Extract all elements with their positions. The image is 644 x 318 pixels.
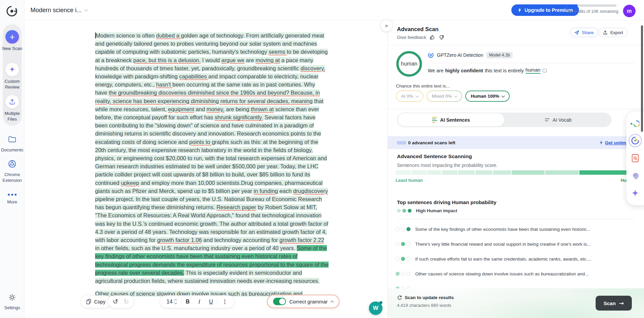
gradient-segment <box>412 170 427 175</box>
scan-circle-icon[interactable] <box>628 117 642 130</box>
bold-button[interactable]: B <box>181 299 194 305</box>
scan-button[interactable]: Scan→ <box>596 296 632 311</box>
divider <box>388 45 644 45</box>
font-size-stepper[interactable]: 14 <box>162 299 181 305</box>
top-sentences-title: Top sentences driving Human probability <box>397 199 496 205</box>
impact-dot <box>401 227 405 231</box>
impact-dots <box>396 227 410 231</box>
tab-ai-sentences[interactable]: AI Sentences <box>398 113 504 126</box>
probability-gradient-bar[interactable] <box>396 170 636 175</box>
scan-credits-icon <box>397 141 405 145</box>
chance-option-human[interactable]: Human 100% <box>465 91 510 102</box>
chance-option-ai[interactable]: AI 0% <box>396 91 423 102</box>
grammar-flagged-text: in funding <box>254 188 278 194</box>
scans-left-banner: 0 advanced scans left Get unlimited <box>388 136 644 149</box>
sidebar-item-label: Multiple Files <box>0 111 24 122</box>
advanced-scan-panel: Advanced Scan Give feedback <box>387 20 644 318</box>
impact-dots <box>396 257 410 261</box>
avatar[interactable]: m <box>623 5 636 17</box>
sidebar-item-custom-review[interactable]: Custom Review <box>0 63 24 90</box>
tab-ai-vocab[interactable]: AI Vocab <box>505 113 612 127</box>
panel-scrollbar[interactable] <box>641 25 643 132</box>
highlighted-text: in other fields, such as the U.S. manufa… <box>95 245 297 251</box>
sidebar-item-multiple-files[interactable]: Multiple Files <box>0 95 24 122</box>
sidebar-item-documents[interactable]: Documents <box>0 135 24 153</box>
detection-provider-row: GPTZero AI Detection Model 4.2b <box>428 52 513 58</box>
more-options-icon[interactable]: ⋮ <box>218 298 232 305</box>
plagiarism-icon[interactable] <box>628 151 642 165</box>
document-stats: 4,419 characters 660 words <box>397 303 451 308</box>
topbar: Modern science i... Upgrade to Premium 2… <box>24 0 644 20</box>
thumbs-up-icon[interactable] <box>429 34 435 40</box>
sidebar-item-chrome-extension[interactable]: Chrome Extension <box>0 160 24 183</box>
panel-footer: Scan to update results 4,419 characters … <box>388 288 644 318</box>
sidebar-item-more[interactable]: More <box>0 191 24 205</box>
grammar-toggle[interactable] <box>273 298 286 305</box>
impact-dot <box>401 242 405 246</box>
chevron-up-icon <box>331 300 334 304</box>
impact-dot <box>396 242 400 246</box>
highlighted-text: I would <box>201 57 221 63</box>
credits-label: 2K credits of 10K remaining <box>567 9 617 14</box>
feedback-label: Give feedback <box>397 35 426 40</box>
sidebar-item-new-scan[interactable]: + New Scan <box>0 30 24 51</box>
sidebar-item-settings[interactable]: Settings <box>0 293 24 311</box>
dots-icon <box>0 191 24 197</box>
underline-button[interactable]: U <box>205 299 218 305</box>
spiral-icon[interactable] <box>628 169 642 182</box>
grammar-flagged-text: thrown at <box>251 106 274 112</box>
redo-icon[interactable]: ↻ <box>124 298 129 305</box>
sidebar-item-label: More <box>0 199 24 205</box>
sentence-item[interactable]: Other causes of science slowing down inv… <box>396 266 637 281</box>
sentence-item[interactable]: There's very little financial reward and… <box>396 237 637 251</box>
highlighted-text: each <box>278 188 293 194</box>
chevron-down-icon <box>502 94 505 98</box>
share-button[interactable]: Share <box>570 28 598 37</box>
sentence-text: There's very little financial reward and… <box>415 242 591 247</box>
grammar-flagged-text: drugdiscovery <box>293 188 328 194</box>
export-button[interactable]: Export <box>598 28 628 37</box>
impact-dots <box>396 272 410 276</box>
collapse-panel-button[interactable]: » <box>381 20 392 31</box>
gradient-segment <box>512 170 545 175</box>
impact-dot <box>396 227 400 231</box>
legend-dot-high <box>408 209 412 213</box>
info-icon[interactable] <box>542 68 547 73</box>
sentence-item[interactable]: Some of the key findings of other econom… <box>396 222 637 237</box>
app-root: + New Scan Custom Review Multiple Files <box>0 0 644 318</box>
document-text[interactable]: Modern science is often dubbed a golden … <box>95 31 329 303</box>
document-title: Modern science i... <box>30 7 82 14</box>
stepper-icons <box>175 299 177 304</box>
folder-icon <box>0 135 24 145</box>
impact-dot <box>396 272 400 276</box>
ai-scan-icon[interactable] <box>628 134 642 147</box>
grammar-flagged-text: upkeep <box>121 180 139 186</box>
impact-dot <box>406 227 410 231</box>
grammar-flagged-text: money, <box>206 106 224 112</box>
chance-option-mixed[interactable]: Mixed 0% <box>427 91 462 102</box>
correct-grammar-control[interactable]: Correct grammar <box>267 295 339 308</box>
export-icon <box>603 30 608 35</box>
grammar-flagged-text: shrunk significantly. <box>215 114 263 120</box>
copy-button[interactable]: Copy <box>81 295 111 308</box>
impact-dot <box>401 272 405 276</box>
highlighted-text: and <box>194 106 207 112</box>
wordtune-widget[interactable]: W <box>369 301 382 315</box>
sentence-item[interactable]: If such creative efforts fail to earn th… <box>396 251 637 266</box>
sentence-text: Other causes of science slowing down inv… <box>415 271 589 276</box>
gptzero-logo[interactable] <box>5 4 19 19</box>
scan-update-row: Scan to update results <box>397 295 454 300</box>
thumbs-down-icon[interactable] <box>439 34 444 40</box>
gradient-segment <box>493 170 511 175</box>
legend-label: High Human impact <box>416 208 457 213</box>
italic-button[interactable]: I <box>194 299 204 305</box>
impact-dots <box>396 242 410 246</box>
gradient-segment <box>458 170 474 175</box>
divider <box>428 63 635 63</box>
grammar-flagged-text: the groundbreaking discoveries diminishe… <box>95 90 320 104</box>
sidebar-item-label: Settings <box>0 305 24 311</box>
result-tabs: AI Sentences AI Vocab <box>397 113 612 127</box>
document-title-dropdown[interactable]: Modern science i... <box>30 0 87 20</box>
undo-icon[interactable]: ↺ <box>113 298 118 305</box>
sparkle-tool-icon[interactable] <box>628 187 642 200</box>
